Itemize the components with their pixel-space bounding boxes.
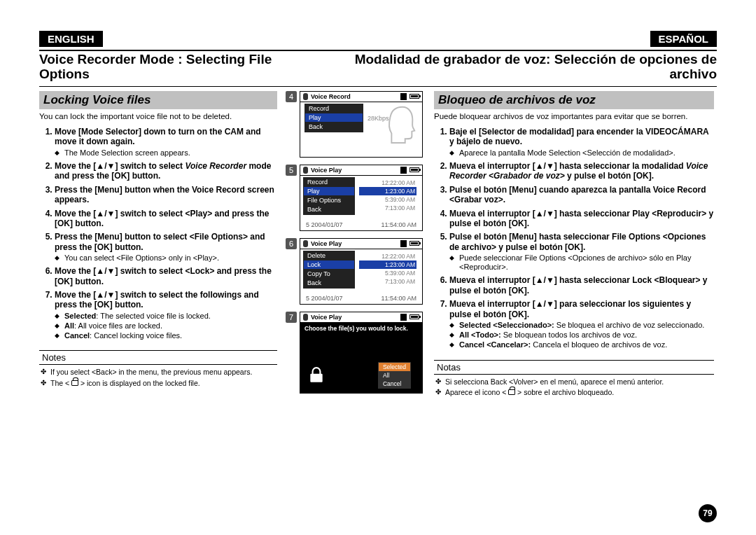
lang-en-badge: ENGLISH xyxy=(39,31,103,47)
instructions-es: Baje el [Selector de modalidad] para enc… xyxy=(434,127,714,350)
shot-number-4: 4 xyxy=(286,91,297,102)
head-silhouette-icon xyxy=(380,104,418,144)
mic-icon xyxy=(303,167,308,174)
mic-icon xyxy=(303,314,308,321)
shot-number-6: 6 xyxy=(286,238,297,249)
title-en: Voice Recorder Mode : Selecting File Opt… xyxy=(39,53,316,82)
notes-es: Si selecciona Back <Volver> en el menú, … xyxy=(434,377,714,397)
card-icon xyxy=(400,314,407,321)
section-header-en: Locking Voice files xyxy=(39,91,277,109)
page-number: 79 xyxy=(699,504,717,522)
screenshot-6: Voice Play 12:22:00 AM 1:23:00 AM 5:39:0… xyxy=(300,238,423,305)
mic-icon xyxy=(303,240,308,247)
battery-icon xyxy=(410,314,419,319)
intro-es: Puede bloquear archivos de voz important… xyxy=(434,112,714,121)
card-icon xyxy=(400,167,407,174)
shot-number-5: 5 xyxy=(286,165,297,176)
card-icon xyxy=(400,93,407,100)
intro-en: You can lock the important voice file no… xyxy=(39,112,277,121)
notes-header-es: Notas xyxy=(434,360,714,375)
battery-icon xyxy=(410,167,419,172)
notes-en: If you select <Back> in the menu, the pr… xyxy=(39,368,277,387)
battery-icon xyxy=(410,94,419,99)
lock-icon xyxy=(71,380,78,386)
title-es: Modalidad de grabador de voz: Selección … xyxy=(316,53,717,82)
lang-es-badge: ESPAÑOL xyxy=(650,31,717,47)
notes-header-en: Notes xyxy=(39,350,277,365)
screenshot-7: Voice Play Choose the file(s) you would … xyxy=(300,312,423,394)
card-icon xyxy=(400,240,407,247)
lock-icon xyxy=(508,389,515,395)
instructions-en: Move [Mode Selector] down to turn on the… xyxy=(39,127,277,340)
shot-number-7: 7 xyxy=(286,312,297,323)
mic-icon xyxy=(303,93,308,100)
lock-icon xyxy=(307,366,326,386)
screenshot-4: Voice Record Record Play Back 28Kbps xyxy=(300,91,423,158)
screenshot-5: Voice Play 12:22:00 AM 1:23:00 AM 5:39:0… xyxy=(300,165,423,231)
battery-icon xyxy=(410,241,419,246)
section-header-es: Bloqueo de archivos de voz xyxy=(434,91,714,109)
screenshots: 4 Voice Record Record Play Back xyxy=(286,91,426,399)
